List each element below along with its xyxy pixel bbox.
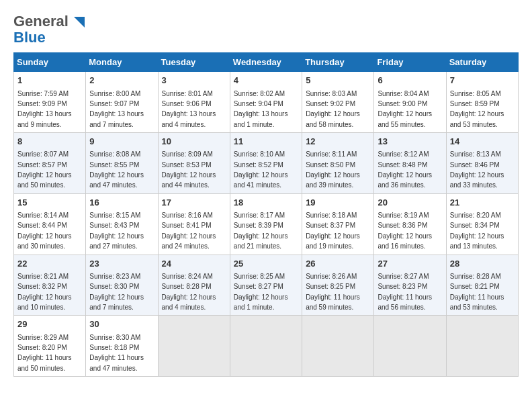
sunrise-info: Sunrise: 8:12 AM xyxy=(378,150,429,158)
day-number: 1 xyxy=(17,75,82,87)
calendar-day-cell: 13 Sunrise: 8:12 AM Sunset: 8:48 PM Dayl… xyxy=(374,133,446,194)
daylight-info: Daylight: 11 hours and 53 minutes. xyxy=(450,293,504,311)
calendar-day-cell: 17 Sunrise: 8:16 AM Sunset: 8:41 PM Dayl… xyxy=(158,193,230,255)
sunset-info: Sunset: 8:52 PM xyxy=(234,161,283,169)
day-of-week-header: Saturday xyxy=(446,53,518,72)
sunset-info: Sunset: 8:57 PM xyxy=(17,161,67,169)
day-of-week-header: Thursday xyxy=(302,53,374,72)
sunrise-info: Sunrise: 8:30 AM xyxy=(89,334,140,341)
sunrise-info: Sunrise: 8:26 AM xyxy=(306,273,357,280)
sunset-info: Sunset: 9:06 PM xyxy=(162,100,212,107)
sunset-info: Sunset: 8:36 PM xyxy=(378,222,427,229)
sunset-info: Sunset: 9:09 PM xyxy=(17,100,67,107)
daylight-info: Daylight: 12 hours and 58 minutes. xyxy=(306,110,360,128)
calendar-day-cell: 12 Sunrise: 8:11 AM Sunset: 8:50 PM Dayl… xyxy=(302,133,374,194)
calendar-day-cell xyxy=(230,316,302,377)
sunrise-info: Sunrise: 8:04 AM xyxy=(378,90,429,97)
calendar-day-cell xyxy=(374,316,446,377)
sunrise-info: Sunrise: 8:11 AM xyxy=(306,150,357,158)
sunset-info: Sunset: 8:18 PM xyxy=(89,344,139,351)
daylight-info: Daylight: 12 hours and 53 minutes. xyxy=(450,110,504,128)
sunset-info: Sunset: 8:41 PM xyxy=(162,222,212,229)
sunrise-info: Sunrise: 8:00 AM xyxy=(89,90,140,97)
sunset-info: Sunset: 8:46 PM xyxy=(450,161,500,169)
sunrise-info: Sunrise: 8:01 AM xyxy=(162,90,213,97)
calendar-day-cell: 10 Sunrise: 8:09 AM Sunset: 8:53 PM Dayl… xyxy=(158,133,230,194)
calendar-week-row: 8 Sunrise: 8:07 AM Sunset: 8:57 PM Dayli… xyxy=(14,133,519,194)
calendar-day-cell: 27 Sunrise: 8:27 AM Sunset: 8:23 PM Dayl… xyxy=(374,255,446,316)
sunrise-info: Sunrise: 8:08 AM xyxy=(89,150,140,158)
logo: General Blue xyxy=(13,13,86,46)
sunset-info: Sunset: 8:32 PM xyxy=(17,283,67,290)
calendar-day-cell: 7 Sunrise: 8:05 AM Sunset: 8:59 PM Dayli… xyxy=(446,72,518,133)
calendar-day-cell: 16 Sunrise: 8:15 AM Sunset: 8:43 PM Dayl… xyxy=(86,193,158,255)
calendar-day-cell: 4 Sunrise: 8:02 AM Sunset: 9:04 PM Dayli… xyxy=(230,72,302,133)
calendar-day-cell xyxy=(158,316,230,377)
sunset-info: Sunset: 8:39 PM xyxy=(234,222,283,229)
calendar-day-cell: 29 Sunrise: 8:29 AM Sunset: 8:20 PM Dayl… xyxy=(14,316,86,377)
sunset-info: Sunset: 8:25 PM xyxy=(306,283,355,290)
calendar-day-cell: 21 Sunrise: 8:20 AM Sunset: 8:34 PM Dayl… xyxy=(446,193,518,255)
sunrise-info: Sunrise: 8:17 AM xyxy=(234,212,285,219)
sunset-info: Sunset: 8:37 PM xyxy=(306,222,355,229)
day-number: 20 xyxy=(378,197,442,209)
day-number: 30 xyxy=(89,318,154,330)
calendar-day-cell: 24 Sunrise: 8:24 AM Sunset: 8:28 PM Dayl… xyxy=(158,255,230,316)
calendar-day-cell: 8 Sunrise: 8:07 AM Sunset: 8:57 PM Dayli… xyxy=(14,133,86,194)
sunset-info: Sunset: 8:23 PM xyxy=(378,283,427,290)
svg-marker-0 xyxy=(74,17,85,28)
day-number: 6 xyxy=(378,75,442,87)
calendar-week-row: 15 Sunrise: 8:14 AM Sunset: 8:44 PM Dayl… xyxy=(14,193,519,255)
daylight-info: Daylight: 12 hours and 30 minutes. xyxy=(17,232,72,250)
calendar-week-row: 22 Sunrise: 8:21 AM Sunset: 8:32 PM Dayl… xyxy=(14,255,519,316)
daylight-info: Daylight: 12 hours and 24 minutes. xyxy=(162,232,216,250)
sunrise-info: Sunrise: 8:21 AM xyxy=(17,273,69,280)
daylight-info: Daylight: 11 hours and 47 minutes. xyxy=(89,354,144,371)
sunset-info: Sunset: 8:21 PM xyxy=(450,283,500,290)
calendar-day-cell: 30 Sunrise: 8:30 AM Sunset: 8:18 PM Dayl… xyxy=(86,316,158,377)
daylight-info: Daylight: 11 hours and 50 minutes. xyxy=(17,354,72,371)
sunrise-info: Sunrise: 8:25 AM xyxy=(234,273,285,280)
calendar-day-cell: 6 Sunrise: 8:04 AM Sunset: 9:00 PM Dayli… xyxy=(374,72,446,133)
calendar-day-cell: 25 Sunrise: 8:25 AM Sunset: 8:27 PM Dayl… xyxy=(230,255,302,316)
sunrise-info: Sunrise: 8:19 AM xyxy=(378,212,429,219)
calendar-header: SundayMondayTuesdayWednesdayThursdayFrid… xyxy=(14,53,519,72)
sunrise-info: Sunrise: 8:18 AM xyxy=(306,212,357,219)
calendar-day-cell xyxy=(446,316,518,377)
day-number: 9 xyxy=(89,136,154,148)
day-of-week-header: Monday xyxy=(86,53,158,72)
daylight-info: Daylight: 12 hours and 27 minutes. xyxy=(89,232,144,250)
daylight-info: Daylight: 12 hours and 44 minutes. xyxy=(162,171,216,189)
sunset-info: Sunset: 8:55 PM xyxy=(89,161,139,169)
logo-general: General xyxy=(13,13,69,30)
sunrise-info: Sunrise: 8:16 AM xyxy=(162,212,213,219)
daylight-info: Daylight: 12 hours and 33 minutes. xyxy=(450,171,504,189)
day-number: 23 xyxy=(89,258,154,270)
day-of-week-header: Tuesday xyxy=(158,53,230,72)
calendar-day-cell: 28 Sunrise: 8:28 AM Sunset: 8:21 PM Dayl… xyxy=(446,255,518,316)
daylight-info: Daylight: 11 hours and 59 minutes. xyxy=(306,293,360,311)
sunrise-info: Sunrise: 8:28 AM xyxy=(450,273,501,280)
day-number: 8 xyxy=(17,136,82,148)
daylight-info: Daylight: 12 hours and 55 minutes. xyxy=(378,110,432,128)
sunrise-info: Sunrise: 8:09 AM xyxy=(162,150,213,158)
day-number: 26 xyxy=(306,258,370,270)
daylight-info: Daylight: 12 hours and 41 minutes. xyxy=(234,171,288,189)
calendar-day-cell: 14 Sunrise: 8:13 AM Sunset: 8:46 PM Dayl… xyxy=(446,133,518,194)
daylight-info: Daylight: 12 hours and 21 minutes. xyxy=(234,232,288,250)
day-number: 24 xyxy=(162,258,226,270)
day-number: 17 xyxy=(162,197,226,209)
daylight-info: Daylight: 13 hours and 1 minute. xyxy=(234,110,288,128)
calendar-day-cell: 18 Sunrise: 8:17 AM Sunset: 8:39 PM Dayl… xyxy=(230,193,302,255)
daylight-info: Daylight: 12 hours and 50 minutes. xyxy=(17,171,72,189)
sunrise-info: Sunrise: 8:15 AM xyxy=(89,212,140,219)
sunset-info: Sunset: 8:28 PM xyxy=(162,283,212,290)
daylight-info: Daylight: 13 hours and 9 minutes. xyxy=(17,110,72,128)
logo-triangle-icon xyxy=(73,15,86,29)
logo-text: General xyxy=(13,13,86,30)
sunrise-info: Sunrise: 8:13 AM xyxy=(450,150,501,158)
calendar-day-cell: 9 Sunrise: 8:08 AM Sunset: 8:55 PM Dayli… xyxy=(86,133,158,194)
daylight-info: Daylight: 12 hours and 10 minutes. xyxy=(17,293,72,311)
daylight-info: Daylight: 12 hours and 19 minutes. xyxy=(306,232,360,250)
sunrise-info: Sunrise: 8:07 AM xyxy=(17,150,69,158)
